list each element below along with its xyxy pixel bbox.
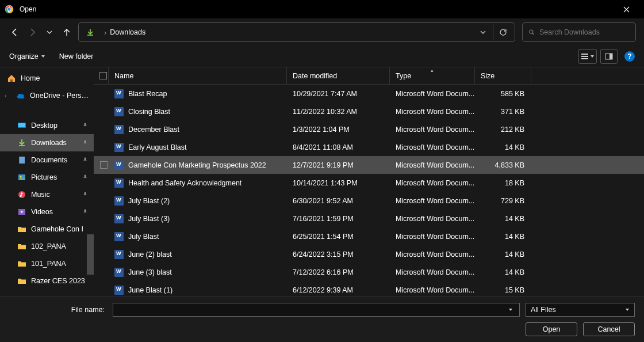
- file-size: 15 KB: [475, 286, 531, 294]
- sidebar-item-pictures[interactable]: Pictures: [0, 169, 94, 186]
- sidebar-item-label: Desktop: [31, 121, 57, 130]
- file-date: 8/4/2021 11:08 AM: [287, 143, 390, 151]
- column-name[interactable]: Name: [109, 67, 287, 84]
- toolbar: Organize New folder ?: [0, 46, 644, 67]
- sidebar-folder[interactable]: 102_PANA: [0, 238, 94, 255]
- sidebar-item-label: Videos: [31, 208, 53, 216]
- file-type-filter[interactable]: All Files: [526, 303, 635, 317]
- file-name: Closing Blast: [128, 108, 170, 116]
- word-doc-icon: [114, 161, 124, 170]
- cancel-button[interactable]: Cancel: [583, 322, 635, 336]
- pictures-icon: [17, 173, 26, 182]
- back-button[interactable]: [8, 25, 22, 39]
- list-view-icon: [580, 52, 589, 61]
- file-date: 12/7/2021 9:19 PM: [287, 161, 390, 169]
- up-button[interactable]: [60, 25, 74, 39]
- table-row[interactable]: July Blast (2)6/30/2021 9:52 AMMicrosoft…: [94, 192, 644, 210]
- table-row[interactable]: June (2) blast6/24/2022 3:15 PMMicrosoft…: [94, 245, 644, 263]
- table-row[interactable]: July Blast (3)7/16/2021 1:59 PMMicrosoft…: [94, 210, 644, 227]
- sidebar-home[interactable]: Home: [0, 70, 94, 87]
- view-mode-button[interactable]: [578, 49, 597, 64]
- sidebar-item-videos[interactable]: Videos: [0, 203, 94, 221]
- sidebar-item-desktop[interactable]: Desktop: [0, 117, 94, 134]
- file-name: July Blast: [128, 233, 159, 241]
- file-date: 11/2/2022 10:32 AM: [287, 108, 390, 116]
- sidebar-item-downloads[interactable]: Downloads: [0, 134, 94, 151]
- filename-dropdown[interactable]: [505, 307, 516, 312]
- sidebar-item-label: Gamehole Con I: [31, 225, 83, 233]
- sidebar-item-documents[interactable]: Documents: [0, 151, 94, 169]
- preview-pane-button[interactable]: [600, 49, 618, 64]
- sidebar-onedrive[interactable]: › OneDrive - Pers…: [0, 87, 94, 104]
- file-name: December Blast: [128, 126, 179, 134]
- file-type: Microsoft Word Docum...: [390, 197, 475, 205]
- forward-button[interactable]: [25, 25, 39, 39]
- sidebar-item-label: 101_PANA: [31, 260, 66, 268]
- sidebar-folder[interactable]: Gamehole Con I: [0, 221, 94, 238]
- table-row[interactable]: Gamehole Con Marketing Prospectus 202212…: [94, 156, 644, 174]
- table-row[interactable]: Closing Blast11/2/2022 10:32 AMMicrosoft…: [94, 102, 644, 120]
- table-row[interactable]: Health and Safety Acknowledgment10/14/20…: [94, 174, 644, 192]
- file-date: 6/30/2021 9:52 AM: [287, 197, 390, 205]
- search-input[interactable]: [539, 28, 630, 36]
- column-size[interactable]: Size: [475, 67, 531, 84]
- titlebar: Open: [0, 0, 644, 18]
- column-type[interactable]: ▴Type: [390, 67, 475, 84]
- table-row[interactable]: June Blast (1)6/12/2022 9:39 AMMicrosoft…: [94, 281, 644, 297]
- table-row[interactable]: December Blast1/3/2022 1:04 PMMicrosoft …: [94, 120, 644, 138]
- sidebar-scrollbar[interactable]: [87, 234, 94, 275]
- file-name: July Blast (3): [128, 215, 170, 223]
- address-dropdown[interactable]: [476, 25, 490, 40]
- word-doc-icon: [114, 143, 124, 152]
- pin-icon: [82, 122, 88, 129]
- refresh-button[interactable]: [493, 25, 512, 40]
- open-button[interactable]: Open: [526, 322, 577, 336]
- table-row[interactable]: June (3) blast7/12/2022 6:16 PMMicrosoft…: [94, 263, 644, 281]
- svg-point-16: [20, 195, 22, 197]
- file-size: 14 KB: [475, 233, 531, 241]
- search-box[interactable]: [522, 22, 636, 42]
- address-bar[interactable]: › Downloads: [78, 22, 515, 42]
- file-date: 7/12/2022 6:16 PM: [287, 268, 390, 276]
- sidebar-item-label: Downloads: [31, 139, 67, 147]
- file-size: 585 KB: [475, 90, 531, 98]
- file-size: 212 KB: [475, 126, 531, 134]
- svg-rect-12: [20, 157, 25, 164]
- sidebar-folder[interactable]: Razer CES 2023: [0, 272, 94, 290]
- file-name: Early August Blast: [128, 143, 186, 151]
- svg-rect-8: [610, 54, 612, 59]
- file-type: Microsoft Word Docum...: [390, 286, 475, 294]
- column-date[interactable]: Date modified: [287, 67, 390, 84]
- table-row[interactable]: Early August Blast8/4/2021 11:08 AMMicro…: [94, 138, 644, 156]
- file-list: Name Date modified ▴Type Size Blast Reca…: [94, 67, 644, 297]
- window-title: Open: [20, 5, 613, 13]
- new-folder-button[interactable]: New folder: [59, 52, 94, 60]
- location-text: Downloads: [110, 28, 145, 36]
- file-name: Health and Safety Acknowledgment: [128, 179, 241, 187]
- recent-dropdown[interactable]: [43, 25, 56, 39]
- file-date: 10/29/2021 7:47 AM: [287, 90, 390, 98]
- file-name: June (2) blast: [128, 250, 172, 259]
- file-size: 18 KB: [475, 179, 531, 187]
- column-checkbox[interactable]: [94, 67, 109, 84]
- chevron-right-icon[interactable]: ›: [5, 93, 6, 99]
- file-type: Microsoft Word Docum...: [390, 90, 475, 98]
- table-row[interactable]: July Blast6/25/2021 1:54 PMMicrosoft Wor…: [94, 227, 644, 245]
- file-type: Microsoft Word Docum...: [390, 215, 475, 223]
- file-type: Microsoft Word Docum...: [390, 126, 475, 134]
- sidebar-folder[interactable]: 101_PANA: [0, 255, 94, 272]
- row-checkbox[interactable]: [94, 161, 109, 169]
- svg-point-14: [20, 176, 22, 178]
- word-doc-icon: [114, 89, 124, 98]
- table-row[interactable]: Blast Recap10/29/2021 7:47 AMMicrosoft W…: [94, 85, 644, 102]
- close-button[interactable]: [613, 0, 639, 18]
- pin-icon: [82, 208, 88, 215]
- filename-input[interactable]: [113, 303, 520, 317]
- folder-icon: [17, 242, 26, 251]
- chevron-down-icon: [589, 52, 595, 61]
- file-date: 6/25/2021 1:54 PM: [287, 233, 390, 241]
- help-button[interactable]: ?: [624, 51, 635, 62]
- organize-menu[interactable]: Organize: [9, 52, 45, 60]
- sidebar-item-music[interactable]: Music: [0, 186, 94, 203]
- file-name: Blast Recap: [128, 90, 167, 98]
